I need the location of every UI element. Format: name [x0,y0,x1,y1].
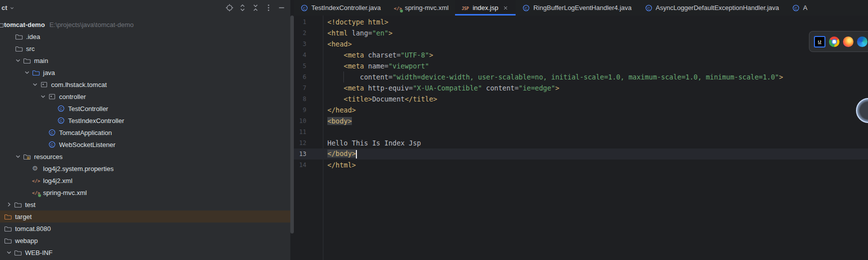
project-root-label: tomcat-demo [4,21,45,28]
tree-item-target[interactable]: target [0,210,290,222]
line-number: 4 [294,52,306,58]
tab-index-jsp[interactable]: JSPindex.jsp [455,0,516,16]
chevron-down-icon[interactable] [14,56,22,64]
code-text: </html> [327,161,356,169]
tree-item-resources[interactable]: resources [0,150,290,162]
tree-item-tomcat-8080[interactable]: tomcat.8080 [0,222,290,234]
close-tab-icon[interactable] [502,4,509,12]
chevron-down-icon[interactable] [5,248,13,256]
code-text: Hello This Is Index Jsp [327,139,421,147]
chevron-down-icon[interactable] [14,152,22,160]
ide-window: ct tomcat-demoE:\projects\java\tomcat-de… [0,0,868,260]
line-number: 6 [294,74,306,80]
tree-item-label: WebSocketListener [59,141,116,148]
tree-item-label: resources [34,153,63,160]
tree-item-test[interactable]: test [0,198,290,210]
class-icon: C [57,104,65,112]
project-switcher[interactable]: ct [0,4,15,12]
tree-item-label: main [34,57,48,64]
line-number: 8 [294,96,306,102]
package-icon [48,92,56,100]
tree-item-com-lhstack-tomcat[interactable]: com.lhstack.tomcat [0,78,290,90]
tree-item-label: WEB-INF [25,249,53,256]
tree-item-label: controller [59,93,86,100]
project-tree: tomcat-demoE:\projects\java\tomcat-demo.… [0,18,290,258]
code-text: </body> [327,150,357,158]
gear-icon: ⚙ [32,164,40,172]
line-number: 1 [294,18,306,26]
code-line-11: 11 [294,126,868,138]
line-number: 11 [294,128,306,136]
chrome-icon[interactable] [829,36,839,47]
tree-item-label: tomcat.8080 [15,225,51,232]
tree-item-webapp[interactable]: webapp [0,234,290,246]
code-text: <meta name="viewport" [327,62,429,70]
tab-asyncloggerdefaultexceptionhandler-java[interactable]: CAsyncLoggerDefaultExceptionHandler.java [638,0,785,16]
project-icon [0,20,4,28]
chevron-down-icon[interactable] [23,68,31,76]
project-toolbar: ct [0,0,290,16]
firefox-icon[interactable] [843,36,853,47]
class-icon: C [48,128,56,136]
line-number: 7 [294,84,306,92]
tab-a[interactable]: CA [785,0,814,16]
folder-icon [15,44,23,52]
editor-tab-bar: CTestIndexController.java</>spring-mvc.x… [294,0,868,16]
svg-text:C: C [51,142,54,147]
collapse-all-icon[interactable] [251,4,260,12]
tree-item-idea[interactable]: .idea [0,30,290,42]
tab-spring-mvc-xml[interactable]: </>spring-mvc.xml [387,0,455,16]
tree-item-java[interactable]: java [0,66,290,78]
tree-item-web-inf[interactable]: WEB-INF [0,246,290,258]
code-line-5: 5 <meta name="viewport" [294,60,868,72]
project-panel: ct tomcat-demoE:\projects\java\tomcat-de… [0,0,290,260]
tree-item-testindexcontroller[interactable]: CTestIndexController [0,114,290,126]
chevron-down-icon[interactable] [39,92,47,100]
tree-item-label: .idea [26,33,40,40]
chevron-right-icon[interactable] [5,200,13,208]
folder-icon [14,248,22,256]
folder-src-icon [32,68,40,76]
tree-item-label: spring-mvc.xml [43,189,87,196]
tab-label: index.jsp [473,4,498,12]
code-text: <title>Document</title> [327,95,437,103]
browser-preview-bar: IJ [809,31,868,52]
text-caret [356,150,357,158]
tree-item-src[interactable]: src [0,42,290,54]
project-tree-scrollbar[interactable] [290,16,294,234]
tree-item-websocketlistener[interactable]: CWebSocketListener [0,138,290,150]
tree-item-spring-mvc-xml[interactable]: </>spring-mvc.xml [0,186,290,198]
line-number: 5 [294,62,306,70]
code-editor[interactable]: 1<!doctype html>2<html lang="en">3<head>… [294,16,868,260]
tree-item-tomcatapplication[interactable]: CTomcatApplication [0,126,290,138]
expand-all-icon[interactable] [238,4,247,12]
hide-panel-icon[interactable] [277,4,286,12]
tree-item-label: test [25,201,36,208]
line-number: 12 [294,140,306,146]
edge-icon[interactable] [857,36,867,47]
project-switcher-label: ct [2,4,8,12]
tree-item-main[interactable]: main [0,54,290,66]
tree-item-tomcat-demo[interactable]: tomcat-demoE:\projects\java\tomcat-demo [0,18,290,30]
svg-text:C: C [794,6,797,10]
tree-item-testcontroller[interactable]: CTestController [0,102,290,114]
tab-label: A [803,4,807,12]
svg-text:C: C [60,106,63,111]
project-root-path: E:\projects\java\tomcat-demo [50,21,134,28]
code-line-7: 7 <meta http-equiv="X-UA-Compatible" con… [294,82,868,94]
locate-opened-file-icon[interactable] [225,4,234,12]
code-line-9: 9</head> [294,104,868,116]
intellij-icon[interactable]: IJ [814,36,825,48]
folder-icon [4,236,12,244]
tab-label: TestIndexController.java [311,4,381,12]
tree-item-label: log4j2.xml [43,177,73,184]
more-options-icon[interactable] [264,4,273,12]
chevron-down-icon[interactable] [31,80,39,88]
tab-ringbufferlogeventhandler4-java[interactable]: CRingBufferLogEventHandler4.java [516,0,638,16]
code-line-4: 4 <meta charset="UTF-8"> [294,50,868,60]
tree-item-log4j2-system-properties[interactable]: ⚙log4j2.system.properties [0,162,290,174]
tree-item-log4j2-xml[interactable]: </>log4j2.xml [0,174,290,186]
code-text: <meta charset="UTF-8"> [327,51,433,59]
tab-testindexcontroller-java[interactable]: CTestIndexController.java [294,0,387,16]
tree-item-controller[interactable]: controller [0,90,290,102]
